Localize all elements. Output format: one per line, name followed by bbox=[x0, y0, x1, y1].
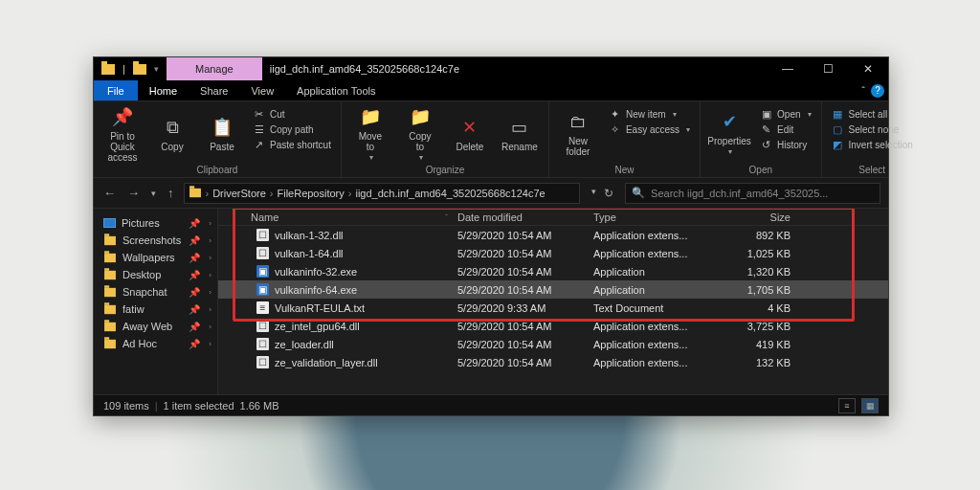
sidebar-item-label: Pictures bbox=[122, 217, 160, 229]
dll-file-icon: ☐ bbox=[256, 320, 269, 332]
pictures-icon bbox=[103, 218, 116, 228]
select-all-button[interactable]: ▦Select all bbox=[828, 107, 917, 122]
search-icon: 🔍 bbox=[632, 187, 645, 199]
file-row[interactable]: ☐ze_validation_layer.dll5/29/2020 10:54 … bbox=[218, 353, 888, 371]
invert-selection-button[interactable]: ◩Invert selection bbox=[828, 138, 917, 152]
column-headers[interactable]: Nameˆ Date modified Type Size bbox=[218, 209, 888, 226]
file-name: vulkaninfo-32.exe bbox=[275, 266, 357, 278]
rename-button[interactable]: ▭Rename bbox=[497, 105, 543, 163]
col-name[interactable]: Nameˆ bbox=[218, 212, 457, 223]
chevron-right-icon: › bbox=[209, 340, 212, 348]
refresh-button[interactable]: ↻ bbox=[604, 187, 613, 200]
sidebar-item[interactable]: Screenshots📌› bbox=[94, 232, 217, 249]
delete-button[interactable]: ✕Delete bbox=[447, 105, 493, 163]
maximize-button[interactable]: ☐ bbox=[808, 57, 848, 80]
minimize-button[interactable]: — bbox=[768, 57, 808, 80]
properties-button[interactable]: ✔Properties bbox=[706, 105, 752, 163]
open-button[interactable]: ▣Open bbox=[756, 107, 814, 122]
tab-view[interactable]: View bbox=[239, 80, 285, 100]
file-row[interactable]: ☐ze_loader.dll5/29/2020 10:54 AMApplicat… bbox=[218, 335, 888, 353]
file-row[interactable]: ☐vulkan-1-32.dll5/29/2020 10:54 AMApplic… bbox=[218, 226, 888, 244]
scissors-icon: ✂ bbox=[253, 108, 265, 121]
manage-tab[interactable]: Manage bbox=[167, 57, 262, 80]
sidebar-item[interactable]: fatiw📌› bbox=[94, 301, 217, 318]
file-date: 5/29/2020 10:54 AM bbox=[457, 357, 593, 368]
up-button[interactable]: ↑ bbox=[166, 186, 176, 200]
tab-application-tools[interactable]: Application Tools bbox=[285, 80, 387, 100]
paste-shortcut-button[interactable]: ↗Paste shortcut bbox=[249, 138, 335, 152]
collapse-ribbon-icon[interactable]: ˆ bbox=[861, 85, 865, 97]
status-bar: 109 items | 1 item selected 1.66 MB ≡ ▦ bbox=[94, 394, 888, 415]
help-icon[interactable]: ? bbox=[871, 84, 884, 98]
ribbon-tabs: File Home Share View Application Tools ˆ… bbox=[94, 80, 888, 101]
search-box[interactable]: 🔍 Search iigd_dch.inf_amd64_352025... bbox=[625, 183, 880, 204]
delete-icon: ✕ bbox=[458, 117, 481, 140]
tab-file[interactable]: File bbox=[94, 80, 138, 100]
file-row[interactable]: ☐vulkan-1-64.dll5/29/2020 10:54 AMApplic… bbox=[218, 244, 888, 262]
overflow-icon[interactable]: ▾ bbox=[154, 64, 159, 74]
file-row[interactable]: ▣vulkaninfo-64.exe5/29/2020 10:54 AMAppl… bbox=[218, 280, 888, 299]
col-size[interactable]: Size bbox=[725, 212, 808, 223]
select-none-icon: ▢ bbox=[832, 123, 844, 136]
col-type[interactable]: Type bbox=[593, 212, 725, 223]
folder-icon bbox=[104, 322, 116, 330]
dll-file-icon: ☐ bbox=[256, 356, 269, 368]
new-folder-button[interactable]: 🗀New folder bbox=[555, 105, 601, 163]
rename-icon: ▭ bbox=[508, 117, 531, 140]
sidebar-item-label: fatiw bbox=[122, 303, 145, 315]
pin-quick-access-button[interactable]: 📌Pin to Quick access bbox=[100, 105, 145, 163]
tab-home[interactable]: Home bbox=[138, 80, 189, 100]
new-item-icon: ✦ bbox=[609, 108, 621, 121]
dll-file-icon: ☐ bbox=[256, 338, 269, 350]
file-row[interactable]: ≡VulkanRT-EULA.txt5/29/2020 9:33 AMText … bbox=[218, 299, 888, 317]
breadcrumb-segment[interactable]: FileRepository bbox=[277, 188, 344, 199]
move-to-button[interactable]: 📁Move to bbox=[347, 105, 393, 163]
status-item-count: 109 items bbox=[103, 400, 149, 412]
history-button[interactable]: ↺History bbox=[756, 138, 814, 152]
sidebar-item[interactable]: Desktop📌› bbox=[94, 266, 217, 283]
file-size: 1,320 KB bbox=[725, 266, 808, 278]
file-row[interactable]: ☐ze_intel_gpu64.dll5/29/2020 10:54 AMApp… bbox=[218, 317, 888, 335]
properties-icon: ✔ bbox=[718, 111, 741, 134]
col-date[interactable]: Date modified bbox=[457, 212, 593, 223]
cut-button[interactable]: ✂Cut bbox=[249, 107, 335, 122]
breadcrumb-segment[interactable]: DriverStore bbox=[212, 188, 266, 199]
paste-button[interactable]: 📋Paste bbox=[199, 105, 245, 163]
breadcrumb-segment[interactable]: iigd_dch.inf_amd64_352025668c124c7e bbox=[355, 188, 545, 199]
back-button[interactable]: ← bbox=[101, 186, 118, 200]
file-row[interactable]: ▣vulkaninfo-32.exe5/29/2020 10:54 AMAppl… bbox=[218, 262, 888, 280]
copy-to-button[interactable]: 📁Copy to bbox=[397, 105, 443, 163]
sidebar-item[interactable]: Away Web📌› bbox=[94, 318, 217, 335]
dropdown-chevron-icon[interactable]: ▾ bbox=[591, 187, 596, 200]
details-view-button[interactable]: ≡ bbox=[838, 398, 856, 413]
pin-icon: 📌 bbox=[189, 287, 200, 298]
sidebar-item[interactable]: Wallpapers📌› bbox=[94, 249, 217, 266]
copy-path-button[interactable]: ☰Copy path bbox=[249, 122, 335, 137]
new-item-button[interactable]: ✦New item bbox=[605, 107, 694, 122]
select-none-button[interactable]: ▢Select none bbox=[828, 122, 917, 137]
edit-button[interactable]: ✎Edit bbox=[756, 122, 814, 137]
window-title: iigd_dch.inf_amd64_352025668c124c7e bbox=[262, 57, 768, 80]
close-button[interactable]: ✕ bbox=[848, 57, 888, 80]
pin-icon: 📌 bbox=[111, 106, 134, 129]
file-type: Application extens... bbox=[593, 230, 725, 241]
address-bar[interactable]: › DriverStore› FileRepository› iigd_dch.… bbox=[184, 183, 581, 204]
file-explorer-window: | ▾ Manage iigd_dch.inf_amd64_352025668c… bbox=[93, 56, 889, 416]
forward-button[interactable]: → bbox=[125, 186, 142, 200]
easy-access-button[interactable]: ✧Easy access bbox=[605, 122, 694, 137]
file-name: ze_intel_gpu64.dll bbox=[275, 321, 360, 332]
sidebar-item[interactable]: Pictures📌› bbox=[94, 214, 217, 232]
file-type: Application bbox=[593, 284, 725, 296]
icons-view-button[interactable]: ▦ bbox=[861, 398, 879, 413]
sidebar-item[interactable]: Ad Hoc📌› bbox=[94, 335, 217, 352]
file-type: Text Document bbox=[593, 302, 725, 314]
copy-button[interactable]: ⧉Copy bbox=[149, 105, 195, 163]
folder-icon bbox=[101, 64, 115, 75]
pin-icon: 📌 bbox=[189, 339, 200, 349]
file-date: 5/29/2020 10:54 AM bbox=[457, 248, 593, 259]
sidebar-item[interactable]: Snapchat📌› bbox=[94, 283, 217, 301]
recent-locations-button[interactable]: ▾ bbox=[149, 189, 158, 198]
folder-icon bbox=[104, 270, 116, 278]
tab-share[interactable]: Share bbox=[189, 80, 239, 100]
folder-icon bbox=[189, 189, 201, 197]
